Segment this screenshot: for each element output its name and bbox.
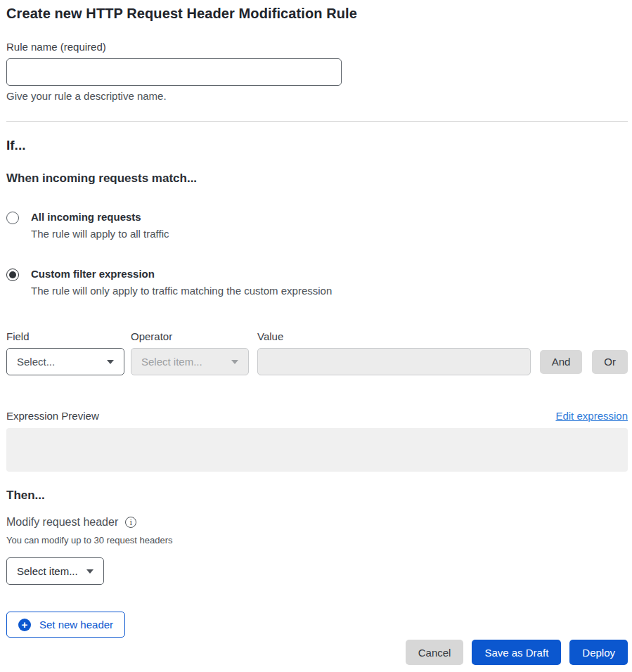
rule-name-input[interactable] (6, 58, 342, 86)
rule-name-label: Rule name (required) (6, 41, 628, 53)
radio-option-label: Custom filter expression (31, 268, 332, 280)
chevron-down-icon (86, 569, 93, 574)
modify-header-help: You can modify up to 30 request headers (6, 535, 628, 545)
field-select-value: Select... (17, 356, 55, 368)
rule-name-help: Give your rule a descriptive name. (6, 90, 628, 102)
expression-preview-box (6, 428, 628, 472)
radio-option-description: The rule will apply to all traffic (31, 228, 169, 240)
expression-preview-header: Expression Preview Edit expression (6, 410, 628, 422)
if-heading: If... (6, 138, 628, 153)
page-title: Create new HTTP Request Header Modificat… (6, 6, 628, 22)
expression-builder-row: Select... Select item... And Or (6, 348, 628, 375)
create-rule-form: Create new HTTP Request Header Modificat… (0, 0, 632, 672)
expression-preview-label: Expression Preview (6, 410, 99, 422)
modify-header-label-row: Modify request header i (6, 516, 628, 529)
field-select[interactable]: Select... (6, 348, 124, 375)
radio-option-description: The rule will only apply to traffic matc… (31, 285, 332, 297)
chevron-down-icon (231, 360, 238, 364)
match-subheading: When incoming requests match... (6, 172, 628, 186)
radio-option-texts: All incoming requests The rule will appl… (31, 211, 169, 240)
set-new-header-label: Set new header (39, 619, 113, 631)
header-item-select-value: Select item... (17, 565, 78, 577)
radio-option-custom-filter[interactable]: Custom filter expression The rule will o… (6, 268, 628, 297)
footer-actions: Cancel Save as Draft Deploy (6, 640, 628, 665)
edit-expression-link[interactable]: Edit expression (555, 410, 628, 422)
expression-builder-labels: Field Operator Value (6, 330, 628, 342)
modify-header-label: Modify request header (6, 516, 118, 529)
radio-option-label: All incoming requests (31, 211, 169, 223)
operator-select-value: Select item... (141, 356, 202, 368)
value-input[interactable] (257, 348, 531, 375)
info-icon[interactable]: i (125, 517, 136, 528)
header-item-select[interactable]: Select item... (6, 557, 104, 585)
field-label: Field (6, 330, 131, 342)
save-as-draft-button[interactable]: Save as Draft (472, 640, 561, 665)
radio-option-texts: Custom filter expression The rule will o… (31, 268, 332, 297)
operator-select[interactable]: Select item... (131, 348, 249, 375)
plus-icon: + (18, 619, 31, 631)
value-label: Value (257, 330, 628, 342)
cancel-button[interactable]: Cancel (406, 640, 464, 665)
radio-selected-icon[interactable] (6, 269, 19, 281)
section-divider (6, 121, 628, 122)
operator-label: Operator (131, 330, 257, 342)
then-heading: Then... (6, 489, 628, 503)
radio-option-all-incoming[interactable]: All incoming requests The rule will appl… (6, 211, 628, 240)
set-new-header-button[interactable]: + Set new header (6, 612, 125, 638)
chevron-down-icon (107, 360, 114, 364)
radio-unselected-icon[interactable] (6, 212, 19, 224)
deploy-button[interactable]: Deploy (569, 640, 628, 665)
or-button[interactable]: Or (592, 350, 628, 374)
and-button[interactable]: And (540, 350, 583, 374)
